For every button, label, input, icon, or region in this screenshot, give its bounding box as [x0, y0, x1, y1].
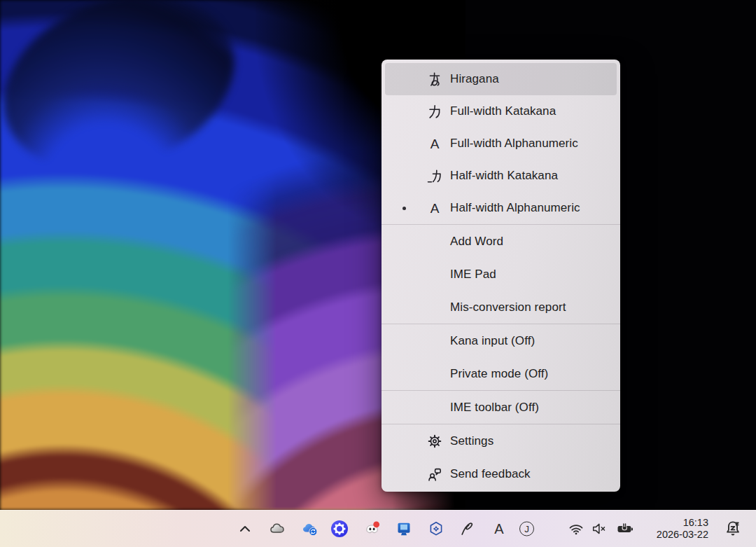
half-width-katakana-icon: [426, 167, 444, 185]
menu-item-label: Hiragana: [450, 72, 499, 86]
menu-item-send-feedback[interactable]: Send feedback: [385, 457, 617, 490]
volume-muted-button[interactable]: [590, 520, 608, 537]
menu-item-label: Half-width Alphanumeric: [450, 201, 580, 215]
taskbar: A J: [0, 510, 756, 547]
onedrive-cloud-icon: [268, 520, 287, 537]
menu-item-half-width-alphanumeric[interactable]: A Half-width Alphanumeric: [385, 192, 617, 224]
menu-item-settings[interactable]: Settings: [385, 424, 617, 457]
pen-input-icon: [460, 520, 477, 537]
menu-item-label: Mis-conversion report: [450, 300, 566, 314]
menu-item-misconversion-report[interactable]: Mis-conversion report: [385, 291, 617, 324]
menu-item-label: Kana input (Off): [450, 334, 535, 348]
selected-bullet-icon: [402, 207, 406, 210]
remote-desktop-icon: [396, 520, 412, 537]
menu-item-half-width-katakana[interactable]: Half-width Katakana: [385, 160, 617, 192]
full-width-a-icon: A: [426, 134, 444, 153]
menu-item-label: IME Pad: [450, 268, 496, 282]
clock-time: 16:13: [657, 517, 708, 529]
tray-discord-button[interactable]: [363, 520, 382, 538]
menu-item-label: Add Word: [450, 235, 503, 249]
menu-item-label: IME toolbar (Off): [450, 401, 539, 415]
language-badge[interactable]: J: [519, 522, 534, 536]
tray-onedrive-button[interactable]: [268, 520, 287, 537]
menu-item-full-width-katakana[interactable]: Full-width Katakana: [385, 95, 617, 127]
ime-context-menu: Hiragana Full-width Katakana A Full-widt…: [382, 60, 620, 492]
menu-item-add-word[interactable]: Add Word: [385, 225, 617, 258]
tray-pen-input-button[interactable]: [460, 520, 477, 537]
tray-blue-ring-app-button[interactable]: [330, 520, 349, 538]
bell-do-not-disturb-icon: [723, 519, 743, 539]
blue-ring-app-icon: [330, 520, 349, 538]
menu-item-label: Half-width Katakana: [450, 169, 558, 183]
tray-dev-home-button[interactable]: [428, 520, 444, 537]
menu-item-ime-toolbar[interactable]: IME toolbar (Off): [385, 391, 617, 424]
menu-item-label: Full-width Alphanumeric: [450, 137, 578, 151]
battery-charging-icon: [615, 520, 635, 538]
cloud-sync-icon: [300, 520, 320, 538]
gear-icon: [426, 432, 444, 450]
menu-item-label: Send feedback: [450, 467, 531, 481]
desktop: Hiragana Full-width Katakana A Full-widt…: [0, 0, 756, 510]
feedback-icon: [426, 465, 444, 483]
menu-item-full-width-alphanumeric[interactable]: A Full-width Alphanumeric: [385, 127, 617, 160]
menu-item-hiragana[interactable]: Hiragana: [385, 63, 617, 95]
battery-charging-button[interactable]: [615, 520, 635, 538]
half-width-a-icon: A: [426, 199, 444, 217]
menu-item-label: Full-width Katakana: [450, 104, 556, 118]
menu-item-kana-input[interactable]: Kana input (Off): [385, 324, 617, 357]
tray-onedrive-sync-button[interactable]: [300, 520, 320, 538]
dev-home-icon: [428, 520, 444, 537]
menu-item-private-mode[interactable]: Private mode (Off): [385, 357, 617, 390]
menu-item-label: Settings: [450, 434, 493, 448]
katakana-icon: [426, 102, 444, 120]
discord-icon: [363, 520, 382, 538]
discord-notification-dot: [373, 521, 379, 527]
tray-chevron-up-button[interactable]: [237, 520, 253, 537]
volume-muted-icon: [590, 520, 608, 537]
taskbar-clock[interactable]: 16:13 2026-03-22: [657, 517, 708, 541]
ime-mode-badge[interactable]: A: [492, 521, 506, 537]
menu-item-ime-pad[interactable]: IME Pad: [385, 258, 617, 291]
wifi-button[interactable]: [568, 520, 584, 537]
clock-date: 2026-03-22: [657, 529, 708, 541]
language-badge-letter: J: [519, 522, 534, 536]
chevron-up-icon: [237, 520, 253, 537]
wifi-icon: [568, 520, 584, 537]
hiragana-icon: [426, 70, 444, 88]
tray-remote-desktop-button[interactable]: [396, 520, 412, 537]
notification-center-button[interactable]: [723, 519, 743, 539]
menu-item-label: Private mode (Off): [450, 367, 548, 381]
